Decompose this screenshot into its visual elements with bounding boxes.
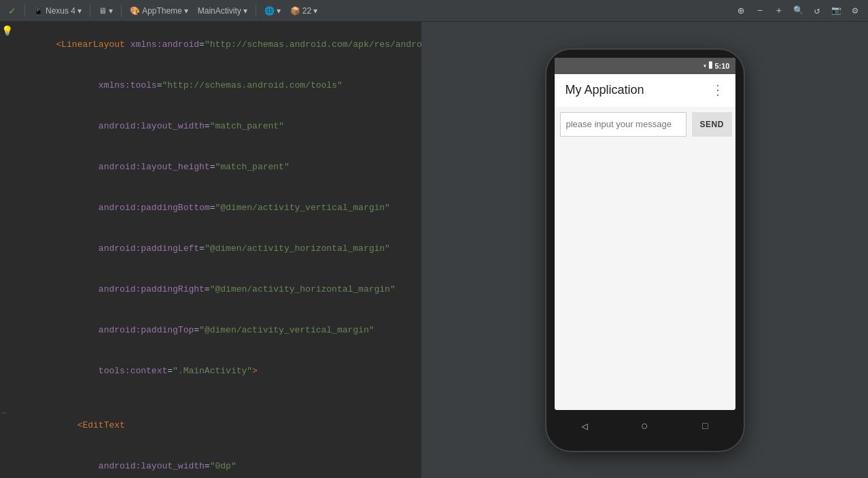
home-button[interactable]: ○: [634, 416, 655, 437]
status-icons: ▾ ▉ 5:10: [703, 62, 729, 70]
chevron-down-icon-4: ▾: [243, 6, 247, 16]
app-title: My Application: [566, 83, 711, 97]
code-content-1: <LinearLayout xmlns:android="http://sche…: [14, 24, 421, 65]
wifi-icon: ▾: [703, 62, 707, 70]
code-content-4: android:layout_height="match_parent": [14, 147, 419, 188]
screenshot-button[interactable]: 📷: [829, 3, 844, 18]
code-content-6: android:paddingLeft="@dimen/activity_hor…: [14, 228, 419, 269]
globe-icon: 🌐: [264, 6, 275, 16]
phone-icon: 📱: [33, 6, 44, 16]
toolbar-separator-4: [256, 5, 256, 17]
top-toolbar: ✓ 📱 Nexus 4 ▾ 🖥 ▾ 🎨 AppTheme ▾ MainActiv…: [0, 0, 868, 22]
recent-icon: □: [702, 421, 708, 432]
zoom-out-2-button[interactable]: 🔍: [791, 3, 805, 18]
code-content-3: android:layout_width="match_parent": [14, 106, 419, 147]
checkmark-indicator: ✓: [5, 4, 19, 18]
recent-apps-button[interactable]: □: [695, 416, 715, 437]
theme-icon: 🎨: [130, 6, 140, 16]
preview-panel: ▾ ▉ 5:10 My Application ⋮ SEND: [421, 22, 868, 478]
toolbar-separator-2: [90, 5, 90, 17]
activity-label: MainActivity: [198, 6, 241, 16]
lightbulb-icon: 💡: [1, 24, 13, 38]
status-time: 5:10: [714, 62, 729, 70]
code-line-9: tools:context=".MainActivity">: [0, 351, 421, 392]
zoom-out-button[interactable]: −: [752, 3, 767, 18]
theme-label: AppTheme: [142, 6, 182, 16]
code-content-8: android:paddingTop="@dimen/activity_vert…: [14, 310, 419, 351]
phone-wrapper: ▾ ▉ 5:10 My Application ⋮ SEND: [546, 50, 744, 451]
code-line-1: 💡 <LinearLayout xmlns:android="http://sc…: [0, 24, 421, 65]
settings-button[interactable]: ⚙: [848, 3, 863, 18]
code-content-9: tools:context=".MainActivity">: [14, 351, 419, 392]
chevron-down-icon-6: ▾: [313, 6, 317, 16]
phone-screen: ▾ ▉ 5:10 My Application ⋮ SEND: [555, 58, 735, 410]
back-icon: ◁: [581, 420, 588, 433]
device-selector[interactable]: 📱 Nexus 4 ▾: [31, 5, 84, 17]
locale-selector[interactable]: 🌐 ▾: [262, 5, 283, 17]
refresh-button[interactable]: ↺: [810, 3, 824, 18]
code-content-7: android:paddingRight="@dimen/activity_ho…: [14, 269, 419, 310]
theme-selector[interactable]: 🎨 AppTheme ▾: [127, 5, 191, 17]
chevron-down-icon-3: ▾: [184, 6, 188, 16]
zoom-in-button[interactable]: +: [771, 3, 786, 18]
phone-device: ▾ ▉ 5:10 My Application ⋮ SEND: [546, 50, 744, 451]
code-line-8: android:paddingTop="@dimen/activity_vert…: [0, 310, 421, 351]
fold-icon: −: [1, 407, 7, 420]
api-label: 22: [302, 6, 311, 16]
activity-selector[interactable]: MainActivity ▾: [195, 5, 250, 17]
app-content-area: SEND: [555, 107, 735, 410]
signal-icon: ▉: [709, 62, 712, 69]
message-input[interactable]: [560, 112, 687, 137]
code-line-5: android:paddingBottom="@dimen/activity_v…: [0, 188, 421, 228]
code-editor-panel[interactable]: 💡 <LinearLayout xmlns:android="http://sc…: [0, 22, 421, 478]
code-content-ew: android:layout_width="0dp": [14, 446, 419, 478]
device-label: Nexus 4: [46, 6, 75, 16]
main-content: 💡 <LinearLayout xmlns:android="http://sc…: [0, 22, 868, 478]
home-icon: ○: [641, 420, 648, 433]
chevron-down-icon-5: ▾: [277, 6, 281, 16]
chevron-down-icon-2: ▾: [109, 6, 113, 16]
code-content-5: android:paddingBottom="@dimen/activity_v…: [14, 188, 419, 228]
code-line-6: android:paddingLeft="@dimen/activity_hor…: [0, 228, 421, 269]
code-line-2: xmlns:tools="http://schemas.android.com/…: [0, 65, 421, 106]
toolbar-separator-3: [121, 5, 122, 17]
code-line-ew: android:layout_width="0dp": [0, 446, 421, 478]
back-button[interactable]: ◁: [574, 416, 595, 437]
api-selector[interactable]: 📦 22 ▾: [288, 5, 320, 17]
app-bar: My Application ⋮: [555, 74, 735, 107]
code-content-edittext: <EditText: [14, 405, 419, 446]
code-line-edittext-open: − <EditText: [0, 405, 421, 446]
check-icon: ✓: [8, 5, 16, 16]
code-line-3: android:layout_width="match_parent": [0, 106, 421, 147]
code-line-7: android:paddingRight="@dimen/activity_ho…: [0, 269, 421, 310]
toolbar-separator-1: [24, 5, 25, 17]
screen-selector[interactable]: 🖥 ▾: [96, 5, 116, 17]
send-button[interactable]: SEND: [692, 112, 732, 137]
code-line-blank-1: [0, 392, 421, 405]
phone-status-bar: ▾ ▉ 5:10: [555, 58, 735, 74]
code-line-4: android:layout_height="match_parent": [0, 147, 421, 188]
phone-nav-bar: ◁ ○ □: [555, 410, 735, 443]
api-icon: 📦: [290, 6, 300, 16]
chevron-down-icon: ▾: [77, 6, 82, 16]
overflow-menu-button[interactable]: ⋮: [711, 82, 725, 99]
code-content-2: xmlns:tools="http://schemas.android.com/…: [14, 65, 419, 106]
screen-icon: 🖥: [99, 6, 107, 16]
zoom-to-fit-button[interactable]: ⊕: [733, 3, 748, 18]
